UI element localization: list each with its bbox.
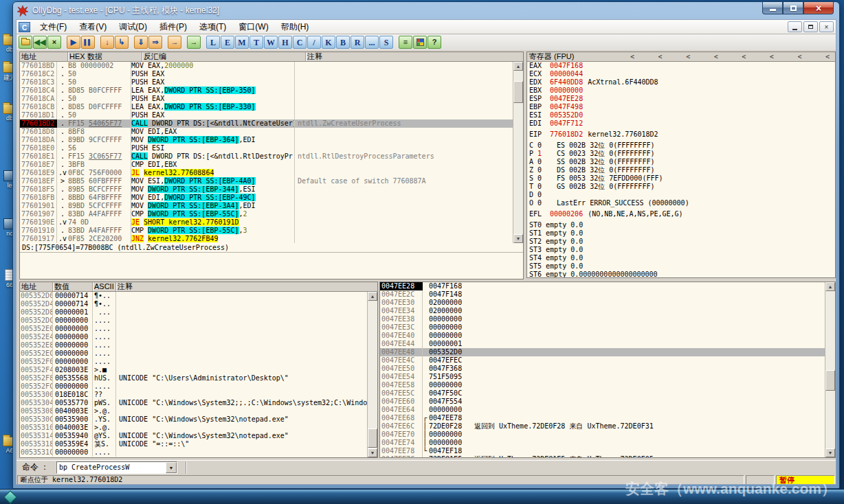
stack-row[interactable]: 0047EE280047F168 [380,282,825,290]
stack-row[interactable]: 0047EE74│00000000 [380,439,825,447]
menu-item-1[interactable]: 查看(V) [73,19,113,35]
disasm-row[interactable]: 776018E9.v0F8C 756F0000JL kernel32.77608… [20,169,514,177]
stack-row[interactable]: 0047EE2C0047F148 [380,290,825,299]
stack-row[interactable]: 0047EE78└0047EF18 [380,447,825,455]
register-line[interactable]: ESI005352D0 [527,111,835,119]
step-into-button[interactable]: ↓ [100,36,114,49]
scroll-up-icon[interactable]: ▲ [368,292,377,301]
disasm-row[interactable]: 776018D8.8BF8MOV EDI,EAX [20,128,514,136]
dump-row[interactable]: 005352D400000714¶•.. [20,300,367,308]
chevron-left-icon[interactable]: < [825,52,830,61]
register-line[interactable]: EAX0047F168 [527,62,835,70]
chevron-left-icon[interactable]: < [686,52,690,61]
command-value[interactable]: bp CreateProcessW [57,463,166,471]
disasm-row[interactable]: 776018BD.B8 00000002MOV EAX,2000000 [20,62,514,70]
cpu-child-window-icon[interactable]: C [19,22,30,32]
taskbar[interactable] [0,489,844,504]
disasm-row[interactable]: 776018C2.50PUSH EAX [20,70,514,78]
command-input[interactable]: bp CreateProcessW ▼ [56,461,177,474]
stack-row[interactable]: 0047EE3402000000 [380,307,825,315]
goto-address-button[interactable]: → [187,36,201,49]
register-line[interactable]: ECX00000044 [527,70,835,78]
source-window-button[interactable]: S [379,36,393,49]
stack-row[interactable]: 0047EE48005352D0 [380,348,825,356]
dump-row[interactable]: 0053530400535770pWS.UNICODE "C:\Windows\… [20,399,367,407]
disasm-row[interactable]: 776018FB.8BBD 64FBFFFFMOV EDI,DWORD PTR … [20,194,514,202]
disasm-row[interactable]: 776018C3.50PUSH EAX [20,78,514,87]
animate-into-button[interactable]: ⇓ [134,36,148,49]
dump-row[interactable]: 005352D800000001 ... [20,308,367,317]
titlebar[interactable]: OllyDbg - test.exe - [CPU - 主线程, 模块 - ke… [16,2,836,19]
register-line[interactable]: S0FS 0053 32位 7EFDD000(FFF) [527,174,835,183]
dump-row[interactable]: 005352DC00000000.... [20,317,367,325]
register-line[interactable]: A0SS 002B 32位 0(FFFFFFFF) [527,158,835,166]
stack-row[interactable]: 0047EE6C│72DE0F28返回到 UxTheme.72DE0F28 来自… [380,422,825,431]
register-line[interactable]: ST2 empty 0.0 [527,238,835,246]
register-line[interactable]: ST4 empty 0.0 [527,254,835,262]
options-button[interactable]: ≡ [399,36,412,49]
maximize-button[interactable] [783,2,803,14]
disasm-row[interactable]: 7760190E.v74 0DJE SHORT kernel32.7760191… [20,218,514,227]
pause-button[interactable]: ▌▌ [81,36,95,49]
dump-row[interactable]: 005352E400000000.... [20,333,367,341]
chevron-left-icon[interactable]: < [797,52,801,61]
breakpoints-window-button[interactable]: B [336,36,350,49]
mdi-minimize-button[interactable] [788,21,802,32]
cpu-window-button[interactable]: C [293,36,307,49]
scrollbar-thumb[interactable] [368,428,377,448]
dump-row[interactable]: 00535300018E018C?? [20,391,367,399]
register-line[interactable]: ST6 empty 0.0000000000000000000 [527,271,835,278]
column-header-address[interactable]: 地址 [20,52,68,61]
dump-row[interactable]: 005353080040003E>.@. [20,407,367,415]
dump-row[interactable]: 0053531400535940@YS.UNICODE "C:\Windows\… [20,432,367,440]
mdi-close-button[interactable]: × [819,21,834,32]
log-window-button[interactable]: L [206,36,220,49]
register-line[interactable]: EDI0047F712 [527,119,835,128]
disassembly-scrollbar[interactable]: ▲ ▼ [513,62,523,243]
dump-row[interactable]: 005352FC00000000.... [20,382,367,391]
chevron-left-icon[interactable]: < [770,52,774,61]
disasm-row[interactable]: 776018D2.FF15 54065F77CALL DWORD PTR DS:… [20,119,514,128]
disasm-row[interactable]: 776018CB.8D85 D0FCFFFFLEA EAX,DWORD PTR … [20,103,514,111]
menu-item-0[interactable]: 文件(F) [34,19,73,35]
register-line[interactable]: ST1 empty 0.0 [527,229,835,238]
dump-row[interactable]: 005352E000000000.... [20,325,367,333]
disasm-row[interactable]: 77601901.89BD 5CFCFFFFMOV DWORD PTR SS:[… [20,202,514,210]
register-line[interactable]: EDX6F440DD8AcXtrnal.6F440DD8 [527,78,835,87]
disasm-row[interactable]: 776018CA.50PUSH EAX [20,95,514,103]
scrollbar-thumb[interactable] [825,370,835,391]
mdi-restore-button[interactable] [803,21,818,32]
register-line[interactable]: ST3 empty 0.0 [527,246,835,254]
dump-row[interactable]: 005352E800000000.... [20,341,367,350]
register-line[interactable]: EBX00000000 [527,87,835,95]
scroll-down-icon[interactable]: ▼ [825,448,835,457]
dump-row[interactable]: 005352D000000714¶•.. [20,292,367,300]
dump-row[interactable]: 005352F800535568hUS.UNICODE "C:\Users\Ad… [20,374,367,382]
memory-window-button[interactable]: M [235,36,249,49]
stack-row[interactable]: 0047EE54751F5095 [380,373,825,381]
column-header-value[interactable]: 数值 [53,282,93,291]
menu-item-5[interactable]: 窗口(W) [232,19,274,35]
step-over-button[interactable]: ↳ [115,36,129,49]
taskbar-app-icon[interactable] [3,490,17,504]
menu-item-4[interactable]: 选项(T) [193,19,232,35]
disasm-row[interactable]: 776018D1.50PUSH EAX [20,111,514,119]
close-program-button[interactable]: × [47,36,61,49]
stack-row[interactable]: 0047EE3002000000 [380,299,825,307]
threads-window-button[interactable]: T [249,36,263,49]
column-header-address[interactable]: 地址 [20,282,53,291]
stack-row[interactable]: 0047EE3C00000000 [380,323,825,332]
restart-button[interactable]: ◀◀ [33,36,47,49]
stack-row[interactable]: 0047EE5800000000 [380,381,825,389]
register-line[interactable]: EIP776018D2kernel32.776018D2 [527,130,835,139]
open-file-button[interactable] [19,36,32,49]
dump-row[interactable]: 0053531C00000000.... [20,448,367,457]
disasm-row[interactable]: 77601917.v0F85 2CE20200JNZ kernel32.7762… [20,235,514,243]
disasm-row[interactable]: 776018C4.8D85 B0FCFFFFLEA EAX,DWORD PTR … [20,87,514,95]
stack-row[interactable]: 0047EE70│00000000 [380,431,825,439]
register-line[interactable]: Z0DS 002B 32位 0(FFFFFFFF) [527,166,835,174]
register-line[interactable]: C0ES 002B 32位 0(FFFFFFFF) [527,141,835,150]
register-line[interactable]: T0GS 002B 32位 0(FFFFFFFF) [527,183,835,191]
stack-row[interactable]: 0047EE4000000000 [380,332,825,340]
register-line[interactable]: P1CS 0023 32位 0(FFFFFFFF) [527,150,835,158]
